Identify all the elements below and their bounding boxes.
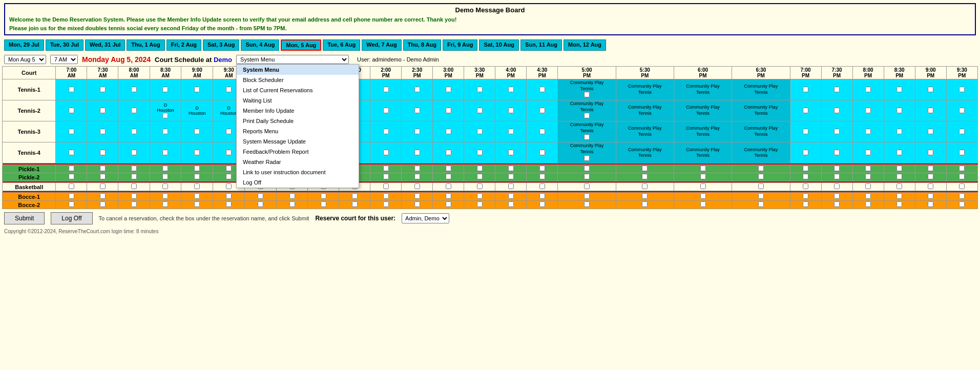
reservation-checkbox[interactable]	[803, 129, 808, 134]
reservation-checkbox[interactable]	[584, 155, 590, 161]
reservation-checkbox[interactable]	[100, 183, 106, 189]
reservation-checkbox[interactable]	[446, 108, 451, 113]
reservation-checkbox[interactable]	[69, 166, 74, 171]
reservation-checkbox[interactable]	[508, 87, 514, 92]
reservation-checkbox[interactable]	[928, 108, 933, 113]
reservation-checkbox[interactable]	[803, 193, 808, 199]
reservation-checkbox[interactable]	[162, 174, 168, 179]
reservation-checkbox[interactable]	[896, 174, 902, 179]
time-select[interactable]: 7 AM	[50, 55, 78, 64]
reservation-checkbox[interactable]	[700, 166, 706, 171]
reservation-checkbox[interactable]	[803, 87, 808, 92]
date-tab[interactable]: Sat, 3 Aug	[203, 39, 239, 51]
reservation-checkbox[interactable]	[896, 193, 902, 199]
reservation-checkbox[interactable]	[352, 201, 358, 207]
reservation-checkbox[interactable]	[642, 201, 648, 207]
reservation-checkbox[interactable]	[865, 108, 871, 113]
reservation-checkbox[interactable]	[928, 166, 933, 171]
reservation-checkbox[interactable]	[69, 201, 74, 207]
system-menu-item[interactable]: List of Current Reservations	[237, 85, 359, 95]
reservation-checkbox[interactable]	[508, 108, 514, 113]
reservation-checkbox[interactable]	[131, 183, 137, 189]
reservation-checkbox[interactable]	[959, 183, 965, 189]
reservation-checkbox[interactable]	[508, 150, 514, 155]
reservation-checkbox[interactable]	[584, 201, 590, 207]
reservation-checkbox[interactable]	[100, 166, 106, 171]
reservation-checkbox[interactable]	[508, 166, 514, 171]
reservation-checkbox[interactable]	[539, 87, 545, 92]
reservation-checkbox[interactable]	[477, 183, 483, 189]
reservation-checkbox[interactable]	[928, 193, 933, 199]
reservation-checkbox[interactable]	[446, 129, 451, 134]
reservation-checkbox[interactable]	[803, 166, 808, 171]
reservation-checkbox[interactable]	[896, 201, 902, 207]
reservation-checkbox[interactable]	[758, 201, 764, 207]
reservation-checkbox[interactable]	[383, 183, 389, 189]
system-menu-item[interactable]: Log Off	[237, 177, 359, 188]
date-tab[interactable]: Wed, 7 Aug	[362, 39, 401, 51]
reservation-checkbox[interactable]	[446, 166, 451, 171]
reservation-checkbox[interactable]	[928, 183, 933, 189]
reservation-checkbox[interactable]	[758, 193, 764, 199]
reservation-checkbox[interactable]	[477, 174, 483, 179]
reservation-checkbox[interactable]	[928, 174, 933, 179]
reservation-checkbox[interactable]	[959, 174, 965, 179]
reservation-checkbox[interactable]	[289, 193, 295, 199]
reservation-checkbox[interactable]	[834, 108, 840, 113]
reservation-checkbox[interactable]	[100, 201, 106, 207]
reservation-checkbox[interactable]	[226, 166, 232, 171]
reservation-checkbox[interactable]	[131, 129, 137, 134]
reservation-checkbox[interactable]	[896, 150, 902, 155]
reservation-checkbox[interactable]	[383, 174, 389, 179]
reservation-checkbox[interactable]	[194, 129, 200, 134]
reservation-checkbox[interactable]	[834, 174, 840, 179]
reservation-checkbox[interactable]	[194, 87, 200, 92]
system-menu-item[interactable]: Link to user instruction document	[237, 167, 359, 177]
reservation-checkbox[interactable]	[162, 113, 168, 118]
reservation-checkbox[interactable]	[162, 183, 168, 189]
reservation-checkbox[interactable]	[477, 201, 483, 207]
reservation-checkbox[interactable]	[865, 183, 871, 189]
reservation-checkbox[interactable]	[928, 201, 933, 207]
reservation-checkbox[interactable]	[162, 150, 168, 155]
reservation-checkbox[interactable]	[959, 129, 965, 134]
reservation-checkbox[interactable]	[131, 108, 137, 113]
reservation-checkbox[interactable]	[584, 183, 590, 189]
reservation-checkbox[interactable]	[194, 201, 200, 207]
reservation-checkbox[interactable]	[584, 174, 590, 179]
date-tab[interactable]: Fri, 9 Aug	[443, 39, 477, 51]
reservation-checkbox[interactable]	[803, 174, 808, 179]
reservation-checkbox[interactable]	[258, 201, 263, 207]
reservation-checkbox[interactable]	[700, 193, 706, 199]
reservation-checkbox[interactable]	[584, 193, 590, 199]
reservation-checkbox[interactable]	[414, 183, 420, 189]
reservation-checkbox[interactable]	[414, 166, 420, 171]
reservation-checkbox[interactable]	[896, 183, 902, 189]
date-tab[interactable]: Mon, 29 Jul	[4, 39, 44, 51]
reservation-checkbox[interactable]	[508, 193, 514, 199]
date-tab[interactable]: Sun, 4 Aug	[241, 39, 279, 51]
reservation-checkbox[interactable]	[446, 174, 451, 179]
reservation-checkbox[interactable]	[959, 150, 965, 155]
reservation-checkbox[interactable]	[539, 150, 545, 155]
date-tab[interactable]: Wed, 31 Jul	[85, 39, 125, 51]
reservation-checkbox[interactable]	[834, 201, 840, 207]
system-menu-item[interactable]: Reports Menu	[237, 126, 359, 136]
reservation-checkbox[interactable]	[258, 193, 263, 199]
system-menu-item[interactable]: Waiting List	[237, 95, 359, 106]
reservation-checkbox[interactable]	[959, 166, 965, 171]
reservation-checkbox[interactable]	[100, 193, 106, 199]
date-tab[interactable]: Mon, 5 Aug	[281, 39, 321, 51]
reservation-checkbox[interactable]	[539, 108, 545, 113]
reservation-checkbox[interactable]	[383, 150, 389, 155]
reservation-checkbox[interactable]	[226, 193, 232, 199]
reservation-checkbox[interactable]	[321, 201, 326, 207]
reservation-checkbox[interactable]	[928, 129, 933, 134]
reservation-checkbox[interactable]	[100, 108, 106, 113]
reservation-checkbox[interactable]	[477, 108, 483, 113]
reservation-checkbox[interactable]	[477, 150, 483, 155]
reservation-checkbox[interactable]	[194, 183, 200, 189]
reservation-checkbox[interactable]	[865, 87, 871, 92]
reservation-checkbox[interactable]	[642, 174, 648, 179]
reservation-checkbox[interactable]	[758, 166, 764, 171]
